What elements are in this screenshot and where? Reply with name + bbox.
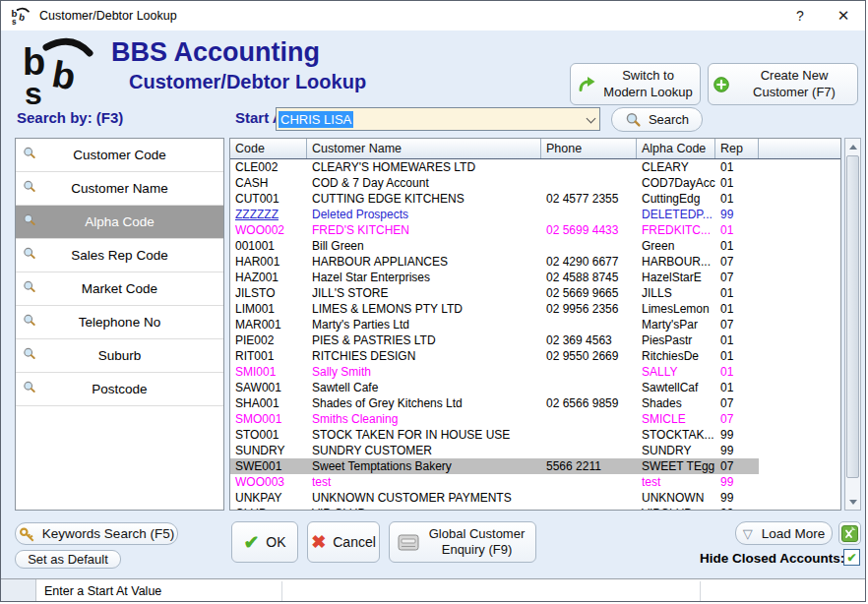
close-button[interactable]: ✕ bbox=[828, 1, 859, 30]
cancel-button[interactable]: ✖ Cancel bbox=[307, 521, 380, 563]
cell-customer-name: Sawtell Cafe bbox=[307, 381, 541, 394]
column-header-code[interactable]: Code bbox=[230, 139, 307, 158]
column-header-filler bbox=[759, 139, 840, 158]
sidebar-item-postcode[interactable]: Postcode bbox=[16, 373, 223, 406]
cell-code: JILSTO bbox=[230, 286, 307, 300]
table-row[interactable]: SUNDRYSUNDRY CUSTOMERSUNDRY99 bbox=[230, 443, 759, 458]
cell-rep: 99 bbox=[715, 506, 759, 511]
table-row[interactable]: STO001STOCK TAKEN FOR IN HOUSE USESTOCKT… bbox=[230, 427, 759, 443]
cell-phone: 02 4577 2355 bbox=[541, 192, 637, 206]
column-header-rep[interactable]: Rep bbox=[715, 139, 759, 158]
sidebar-item-customer-code[interactable]: Customer Code bbox=[16, 139, 223, 172]
sidebar-item-market-code[interactable]: Market Code bbox=[16, 272, 223, 306]
scroll-down-button[interactable] bbox=[845, 494, 860, 510]
table-row[interactable]: CLUBVIP CLUBVIPCLUB99 bbox=[230, 506, 759, 511]
checkbox-check-icon: ✔ bbox=[846, 552, 856, 564]
cell-customer-name: Sally Smith bbox=[307, 365, 541, 379]
cell-customer-name: CLEARY'S HOMEWARES LTD bbox=[307, 160, 541, 174]
create-new-customer-label: Create New Customer (F7) bbox=[736, 68, 852, 100]
hide-closed-accounts-checkbox[interactable]: ✔ bbox=[843, 549, 860, 566]
load-more-button[interactable]: ▽ Load More bbox=[735, 521, 833, 545]
table-row[interactable]: HAR001HARBOUR APPLIANCES02 4290 6677HARB… bbox=[230, 254, 759, 270]
help-button[interactable]: ? bbox=[786, 1, 814, 30]
table-row[interactable]: CASHCOD & 7 Day AccountCOD7DayAcc01 bbox=[230, 175, 759, 191]
cell-alpha-code: Green bbox=[637, 239, 715, 253]
customer-debtor-lookup-dialog: b b s Customer/Debtor Lookup ? ✕ b b s B… bbox=[0, 0, 866, 602]
sidebar-item-telephone-no[interactable]: Telephone No bbox=[16, 306, 223, 339]
cell-code: UNKPAY bbox=[230, 491, 307, 505]
cell-code: SAW001 bbox=[230, 381, 307, 394]
cell-alpha-code: DELETEDP... bbox=[637, 208, 715, 221]
triangle-down-icon bbox=[849, 500, 857, 505]
cell-alpha-code: FREDKITC... bbox=[637, 223, 715, 237]
table-row[interactable]: RIT001RITCHIES DESIGN02 9550 2669Ritchie… bbox=[230, 348, 759, 364]
table-row[interactable]: SWE001Sweet Temptations Bakery5566 2211S… bbox=[230, 458, 759, 474]
table-row[interactable]: WOO002FRED'S KITCHEN02 5699 4433FREDKITC… bbox=[230, 222, 759, 238]
table-row[interactable]: SHA001Shades of Grey Kitchens Ltd02 6566… bbox=[230, 395, 759, 411]
cell-customer-name: Marty's Parties Ltd bbox=[307, 318, 541, 332]
cell-customer-name: Hazel Star Enterprises bbox=[307, 271, 541, 284]
global-customer-enquiry-button[interactable]: Global Customer Enquiry (F9) bbox=[389, 521, 536, 563]
switch-to-modern-lookup-button[interactable]: Switch to Modern Lookup bbox=[570, 63, 701, 105]
cell-alpha-code: PiesPastr bbox=[637, 333, 715, 347]
vertical-scrollbar[interactable] bbox=[844, 138, 861, 511]
table-row[interactable]: JILSTOJILL'S STORE02 5669 9665JILLS01 bbox=[230, 285, 759, 301]
table-row[interactable]: LIM001LIMES & LEMONS PTY LTD02 9956 2356… bbox=[230, 301, 759, 317]
sidebar-item-label: Postcode bbox=[16, 382, 223, 396]
sidebar-item-suburb[interactable]: Suburb bbox=[16, 339, 223, 373]
set-as-default-label: Set as Default bbox=[28, 552, 108, 567]
search-icon bbox=[23, 180, 36, 198]
export-to-excel-button[interactable] bbox=[838, 521, 861, 545]
keywords-search-button[interactable]: Keywords Search (F5) bbox=[15, 522, 178, 545]
cell-alpha-code: SALLY bbox=[637, 365, 715, 379]
cell-rep: 01 bbox=[715, 381, 759, 394]
cell-code: CASH bbox=[230, 176, 307, 190]
svg-text:b: b bbox=[18, 11, 26, 23]
cell-phone: 02 4290 6677 bbox=[541, 255, 637, 269]
set-as-default-button[interactable]: Set as Default bbox=[15, 550, 121, 569]
cell-alpha-code: test bbox=[637, 475, 715, 489]
create-new-customer-button[interactable]: Create New Customer (F7) bbox=[708, 63, 858, 105]
chevron-down-icon[interactable] bbox=[587, 114, 596, 124]
cell-customer-name: STOCK TAKEN FOR IN HOUSE USE bbox=[307, 428, 541, 442]
cell-code: RIT001 bbox=[230, 349, 307, 363]
cell-alpha-code: UNKNOWN bbox=[637, 491, 715, 505]
cell-rep: 01 bbox=[715, 302, 759, 316]
table-row[interactable]: CLE002CLEARY'S HOMEWARES LTDCLEARY01 bbox=[230, 159, 759, 175]
table-row[interactable]: HAZ001Hazel Star Enterprises02 4588 8745… bbox=[230, 270, 759, 285]
sidebar-item-customer-name[interactable]: Customer Name bbox=[16, 172, 223, 206]
sidebar-item-sales-rep-code[interactable]: Sales Rep Code bbox=[16, 239, 223, 272]
column-header-customer-name[interactable]: Customer Name bbox=[307, 139, 541, 158]
table-row[interactable]: PIE002PIES & PASTRIES LTD02 369 4563Pies… bbox=[230, 332, 759, 348]
column-header-phone[interactable]: Phone bbox=[541, 139, 637, 158]
table-row[interactable]: SMO001Smiths CleaningSMICLE07 bbox=[230, 411, 759, 427]
start-at-input[interactable]: CHRIS LISA bbox=[276, 107, 600, 131]
cell-code: LIM001 bbox=[230, 302, 307, 316]
x-icon: ✖ bbox=[311, 531, 326, 553]
table-row[interactable]: SMI001Sally SmithSALLY01 bbox=[230, 364, 759, 380]
cell-code: STO001 bbox=[230, 428, 307, 442]
sidebar-item-alpha-code[interactable]: Alpha Code bbox=[16, 206, 223, 239]
cell-alpha-code: CuttingEdg bbox=[637, 192, 715, 206]
table-row[interactable]: MAR001Marty's Parties LtdMarty'sPar07 bbox=[230, 317, 759, 332]
table-row[interactable]: 001001Bill GreenGreen01 bbox=[230, 238, 759, 254]
plus-icon bbox=[713, 77, 729, 92]
table-row[interactable]: WOO003testtest99 bbox=[230, 474, 759, 490]
cell-alpha-code: COD7DayAcc bbox=[637, 176, 715, 190]
table-row[interactable]: ZZZZZZDeleted ProspectsDELETEDP...99 bbox=[230, 207, 759, 222]
status-message: Enter a Start At Value bbox=[44, 584, 161, 598]
search-button[interactable]: Search bbox=[611, 107, 703, 132]
table-row[interactable]: SAW001Sawtell CafeSawtellCaf01 bbox=[230, 380, 759, 395]
table-row[interactable]: UNKPAYUNKNOWN CUSTOMER PAYMENTSUNKNOWN99 bbox=[230, 490, 759, 506]
sidebar-item-label: Customer Name bbox=[16, 181, 223, 196]
cell-rep: 01 bbox=[715, 223, 759, 237]
cell-customer-name: UNKNOWN CUSTOMER PAYMENTS bbox=[307, 491, 541, 505]
cell-rep: 01 bbox=[715, 192, 759, 206]
app-name: BBS Accounting bbox=[111, 37, 320, 68]
cell-rep: 01 bbox=[715, 286, 759, 300]
scroll-up-button[interactable] bbox=[845, 139, 860, 154]
column-header-alpha-code[interactable]: Alpha Code bbox=[637, 139, 715, 158]
table-row[interactable]: CUT001CUTTING EDGE KITCHENS02 4577 2355C… bbox=[230, 191, 759, 207]
ok-button[interactable]: ✔ OK bbox=[231, 521, 298, 563]
scrollbar-thumb[interactable] bbox=[846, 155, 859, 478]
